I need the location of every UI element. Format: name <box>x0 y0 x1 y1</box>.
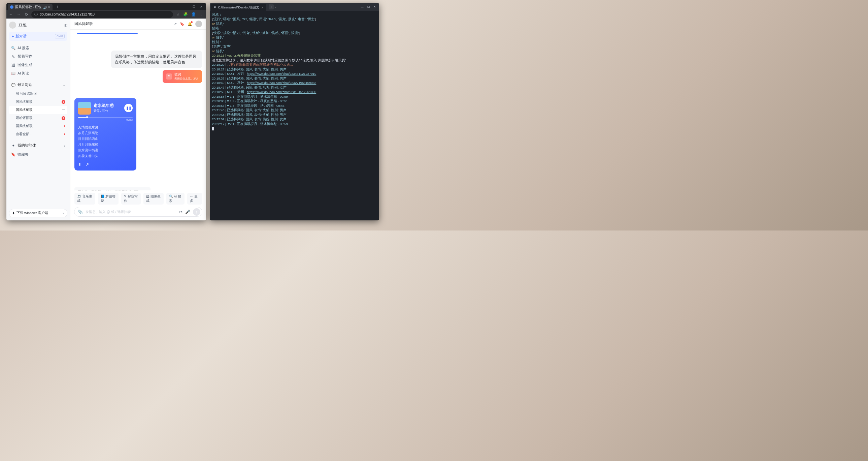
download-track-icon[interactable]: ⬇ <box>78 162 82 167</box>
sidebar-chat-item[interactable]: 国风忧郁歌 <box>9 122 67 130</box>
sidebar-chat-item[interactable]: 国风忧郁歌⋯ <box>9 106 67 114</box>
sidebar-chat-item[interactable]: 嘻哈怀旧歌1 <box>9 114 67 122</box>
browser-tab[interactable]: 国风忧郁歌 - 豆包 🔊 × <box>8 4 53 10</box>
user-avatar[interactable] <box>195 21 202 27</box>
scissors-icon[interactable]: ✂ <box>179 210 183 214</box>
lyric-line: 月月月赐东楼 <box>78 142 133 147</box>
pause-button[interactable]: ❚❚ <box>124 104 133 112</box>
menu-icon[interactable]: ⋮ <box>199 12 203 17</box>
new-chat-button[interactable]: + 新对话 Ctrl K <box>9 32 67 41</box>
tool-chip[interactable]: 🎵 音乐生成 <box>74 193 95 205</box>
notification-dot <box>64 134 65 135</box>
address-bar: ← → ⟳ ⓘ doubao.com/chat/223431121227010 … <box>6 10 206 19</box>
sidebar-header: 豆包 ◧ <box>9 22 67 29</box>
chat-body: 我想创作一首歌曲，用自定义歌词。这首歌是国风音乐风格，传达忧郁的情绪，使用男声音… <box>70 30 206 191</box>
user-message: 我想创作一首歌曲，用自定义歌词。这首歌是国风音乐风格，传达忧郁的情绪，使用男声音… <box>111 51 202 68</box>
minimize-icon[interactable]: — <box>361 5 364 8</box>
share-track-icon[interactable]: ↗ <box>86 162 89 167</box>
sidebar-item[interactable]: ✎帮我写作 <box>9 52 67 61</box>
terminal-output[interactable]: 风格：['流行', '嘻哈', '国风', 'DJ', '摇滚', '民谣', … <box>210 11 379 221</box>
extensions-icon[interactable]: 🧩 <box>183 12 188 17</box>
close-icon[interactable]: ✕ <box>373 5 376 8</box>
sound-icon[interactable]: 🔊 <box>43 6 46 9</box>
minimize-icon[interactable]: — <box>185 5 188 8</box>
sidebar-chat-item[interactable]: 查看全部… <box>9 130 67 138</box>
sidebar-item[interactable]: 🔍AI 搜索 <box>9 44 67 52</box>
new-chat-shortcut: Ctrl K <box>55 34 65 38</box>
terminal-line: 20:20:00 | ♥ 1.2 - 正在演唱秋叶 - 秋夜的愁绪 - 00:5… <box>212 99 377 103</box>
terminal-window: ⧉ C:\Users\zisull\Desktop\新建文 × + ⌄ — ☐ … <box>210 3 379 221</box>
site-info-icon[interactable]: ⓘ <box>34 12 38 17</box>
tool-chip[interactable]: 📘 解题答疑 <box>98 193 119 205</box>
chat-label: 嘻哈怀旧歌 <box>16 116 33 120</box>
sidebar-item[interactable]: 📖AI 阅读 <box>9 69 67 78</box>
sidebar-item-icon: 🔍 <box>11 46 15 50</box>
back-button[interactable]: ← <box>8 11 14 17</box>
album-art <box>78 102 91 115</box>
recent-section[interactable]: 💬 最近对话 ⌄ <box>9 80 67 89</box>
agents-section[interactable]: ✦ 我的智能体 › <box>9 141 67 149</box>
more-icon[interactable]: ⋯ <box>62 108 65 112</box>
favorites-item[interactable]: 🔖 收藏夹 <box>9 150 67 159</box>
download-label: 下载 Windows 客户端 <box>17 211 48 215</box>
mic-icon[interactable]: 🎤 <box>185 210 190 214</box>
terminal-line: 20:18:58 | ♥ 1.1 - 正在演唱岁月 - 逝水流年愁 - 00:5… <box>212 94 377 99</box>
send-button[interactable]: ↑ <box>193 208 200 216</box>
bookmark-chat-icon[interactable]: 🔖 <box>180 22 185 26</box>
terminal-line: 20:22:17 | ♥2.1 - 正在演唱岁月 - 逝水流年愁 - 00:59 <box>212 122 377 126</box>
app-name: 豆包 <box>19 22 62 28</box>
terminal-line: ['男声', '女声'] <box>212 44 377 49</box>
terminal-line: 风格： <box>212 12 377 17</box>
notifications-icon[interactable]: 🔔 <box>188 22 192 26</box>
new-tab-button[interactable]: + <box>56 4 59 9</box>
close-download-icon[interactable]: × <box>62 211 64 215</box>
tab-favicon <box>10 5 13 9</box>
terminal-tab-close-icon[interactable]: × <box>261 6 263 9</box>
tool-chip[interactable]: 🖼 图像生成 <box>144 193 164 205</box>
suggestion-chip[interactable]: 再创作一段歌词，表达对世事无常的感慨。→ <box>74 187 151 191</box>
sidebar-item[interactable]: 🖼图像生成 <box>9 61 67 69</box>
chat-title: 国风忧郁歌 <box>74 22 171 26</box>
maximize-icon[interactable]: ☐ <box>193 5 195 8</box>
lyric-chip[interactable]: ❝ 歌词 无情总似水流。岁月 <box>163 70 202 83</box>
favorites-label: 收藏夹 <box>18 152 29 157</box>
agents-label: 我的智能体 <box>18 143 36 148</box>
share-icon[interactable]: ↗ <box>174 22 177 26</box>
sidebar-chat-item[interactable]: 国风忧郁歌1 <box>9 98 67 106</box>
message-input[interactable] <box>86 210 177 214</box>
terminal-line: 请先配置并登录， 输入数字:则开始演唱对应轮次,回车默认10轮次,输入c则删除所… <box>212 58 377 62</box>
terminal-tab[interactable]: ⧉ C:\Users\zisull\Desktop\新建文 × <box>211 4 266 11</box>
close-icon[interactable]: ✕ <box>200 5 203 8</box>
lyric-line: 如花美眷白头 <box>78 153 133 159</box>
profile-icon[interactable]: 👤 <box>191 12 196 17</box>
tool-chip[interactable]: ✎ 帮我写作 <box>121 193 141 205</box>
terminal-line: 情绪： <box>212 26 377 30</box>
tool-chip[interactable]: 🔍 AI 搜索 <box>166 193 185 205</box>
download-icon: ⬇ <box>12 211 15 215</box>
url-field[interactable]: ⓘ doubao.com/chat/223431121227010 <box>31 11 173 18</box>
star-icon[interactable]: ☆ <box>177 12 180 17</box>
quote-icon: ❝ <box>166 74 172 80</box>
chat-label: AI 写民谣歌词 <box>16 91 37 96</box>
tab-close-icon[interactable]: × <box>48 5 50 9</box>
chevron-down-icon: ⌄ <box>62 83 65 87</box>
download-client-button[interactable]: ⬇ 下载 Windows 客户端 × <box>9 209 67 218</box>
terminal-line: 20:18:47 | 已选择风格: 民谣, 表情: 活力, 性别: 女声 <box>212 85 377 90</box>
tool-chip[interactable]: ⋯ 更多 <box>187 193 202 205</box>
more-dots[interactable]: ⋯ <box>74 173 202 177</box>
sidebar-item-label: 帮我写作 <box>18 54 32 59</box>
terminal-line: 性别： <box>212 40 377 44</box>
sidebar-chat-item[interactable]: AI 写民谣歌词 <box>9 90 67 98</box>
sidebar-item-label: AI 搜索 <box>18 46 29 51</box>
terminal-new-tab-button[interactable]: + <box>269 4 274 9</box>
collapse-sidebar-icon[interactable]: ◧ <box>64 23 67 27</box>
terminal-line: 20:21:54 | 已选择风格: 国风, 表情: 忧郁, 性别: 男声 <box>212 113 377 117</box>
forward-button[interactable]: → <box>16 11 22 17</box>
reload-button[interactable]: ⟳ <box>24 11 29 17</box>
terminal-dropdown-icon[interactable]: ⌄ <box>275 6 277 8</box>
terminal-cursor <box>212 127 214 131</box>
maximize-icon[interactable]: ☐ <box>367 5 370 8</box>
tab-title: 国风忧郁歌 - 豆包 <box>15 5 41 9</box>
attachment-icon[interactable]: 📎 <box>78 210 83 214</box>
progress-bar[interactable] <box>78 117 133 118</box>
